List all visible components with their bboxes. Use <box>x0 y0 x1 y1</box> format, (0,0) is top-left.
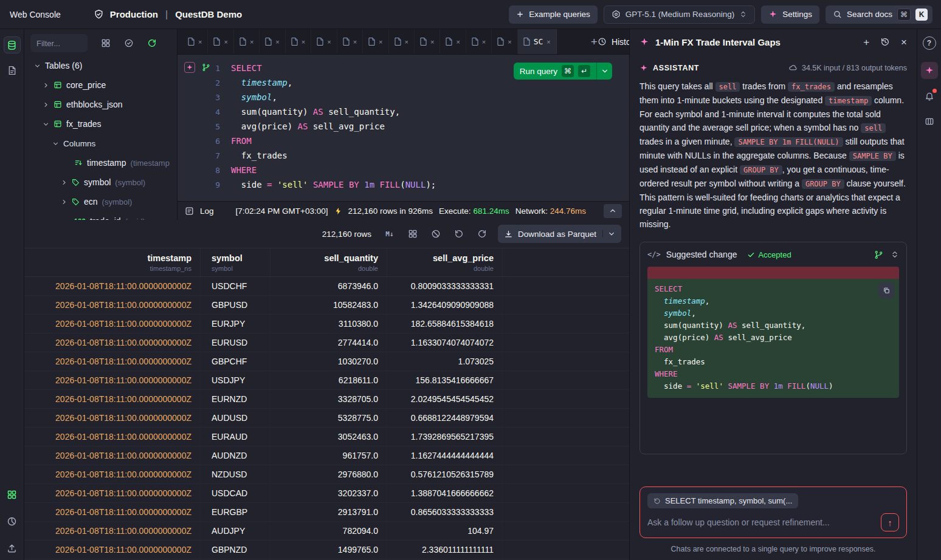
table-item-ethblocks-json[interactable]: ethblocks_json <box>29 95 172 114</box>
chart-view-button[interactable] <box>4 513 21 530</box>
table-row[interactable]: 2026-01-08T18:11:00.0000000000ZGBPNZD149… <box>24 541 629 559</box>
close-tab-icon[interactable]: × <box>224 38 227 46</box>
editor-tab[interactable]: × <box>440 29 466 54</box>
close-tab-icon[interactable]: × <box>546 38 550 46</box>
editor-tab[interactable]: × <box>208 29 233 54</box>
table-row[interactable]: 2026-01-08T18:11:00.0000000000ZAUDUSD532… <box>24 409 629 428</box>
check-circle-icon[interactable] <box>124 38 134 48</box>
table-row[interactable]: 2026-01-08T18:11:00.0000000000ZEURGBP291… <box>24 503 629 522</box>
help-button[interactable]: ? <box>923 36 936 50</box>
close-tab-icon[interactable]: × <box>250 38 253 46</box>
editor-tab[interactable]: × <box>466 29 492 54</box>
columns-section-toggle[interactable]: Columns <box>29 134 172 153</box>
chart-disabled-icon[interactable] <box>429 227 443 241</box>
query-history-icon[interactable] <box>452 227 466 241</box>
notifications-button[interactable] <box>921 87 938 104</box>
close-tab-icon[interactable]: × <box>353 38 357 46</box>
table-row[interactable]: 2026-01-08T18:11:00.0000000000ZGBPUSD105… <box>24 296 629 315</box>
editor-tab[interactable]: × <box>311 29 337 54</box>
column-header-sell_quantity[interactable]: sell_quantitydouble <box>271 248 387 276</box>
tables-section-toggle[interactable]: Tables (6) <box>29 56 172 75</box>
editor-tab[interactable]: × <box>415 29 440 54</box>
table-row[interactable]: 2026-01-08T18:11:00.0000000000ZEURNZD332… <box>24 390 629 409</box>
close-tab-icon[interactable]: × <box>456 38 460 46</box>
materialized-views-icon[interactable] <box>101 38 111 48</box>
close-tab-icon[interactable]: × <box>198 38 202 46</box>
table-row[interactable]: 2026-01-08T18:11:00.0000000000ZEURAUD305… <box>24 428 629 446</box>
table-row[interactable]: 2026-01-08T18:11:00.0000000000ZUSDJPY621… <box>24 371 629 390</box>
close-tab-icon[interactable]: × <box>405 38 408 46</box>
ai-sparkle-icon[interactable] <box>184 62 195 73</box>
download-parquet-button[interactable]: Download as Parquet <box>498 225 621 243</box>
search-docs-button[interactable]: Search docs ⌘ K <box>826 5 932 24</box>
sql-editor[interactable]: 1SELECT2 timestamp,3 symbol,4 sum(quanti… <box>178 55 629 201</box>
example-queries-button[interactable]: Example queries <box>509 5 598 24</box>
editor-tab[interactable]: × <box>182 29 208 54</box>
questdb-logo-button[interactable] <box>4 36 21 53</box>
import-button[interactable] <box>4 539 21 556</box>
column-item-trade-id[interactable]: 123 trade_id (uuid) <box>29 211 172 220</box>
layout-columns-button[interactable] <box>921 113 938 130</box>
query-context-text: SELECT timestamp, symbol, sum(... <box>665 496 792 505</box>
table-row[interactable]: 2026-01-08T18:11:00.0000000000ZGBPCHF103… <box>24 352 629 371</box>
table-item-fx-trades[interactable]: fx_trades <box>29 114 172 134</box>
table-row[interactable]: 2026-01-08T18:11:00.0000000000ZEURJPY311… <box>24 315 629 333</box>
grid-toggle-icon[interactable] <box>405 227 420 241</box>
editor-tab[interactable]: × <box>337 29 363 54</box>
close-tab-icon[interactable]: × <box>430 38 434 46</box>
upload-icon <box>7 543 17 553</box>
editor-tab[interactable]: × <box>286 29 311 54</box>
close-tab-icon[interactable]: × <box>327 38 331 46</box>
new-chat-button[interactable]: + <box>863 37 869 47</box>
unfold-icon[interactable] <box>891 250 899 259</box>
refresh-results-icon[interactable] <box>475 227 489 241</box>
column-item-symbol[interactable]: symbol (symbol) <box>29 172 172 192</box>
query-context-chip[interactable]: SELECT timestamp, symbol, sum(... <box>647 493 798 508</box>
table-row[interactable]: 2026-01-08T18:11:00.0000000000ZAUDNZD961… <box>24 446 629 465</box>
settings-button[interactable]: Settings <box>761 5 819 24</box>
editor-tab[interactable]: × <box>234 29 260 54</box>
collapse-log-button[interactable] <box>604 204 622 218</box>
run-query-button[interactable]: Run query ⌘ ↵ <box>514 63 596 80</box>
grid-view-button[interactable] <box>4 486 21 503</box>
column-item-timestamp[interactable]: timestamp (timestamp <box>29 153 172 172</box>
new-tab-button[interactable]: + <box>591 36 598 47</box>
column-item-ecn[interactable]: ecn (symbol) <box>29 192 172 211</box>
table-row[interactable]: 2026-01-08T18:11:00.0000000000ZEURUSD277… <box>24 333 629 352</box>
editor-tab[interactable]: × <box>363 29 388 54</box>
plus-icon <box>516 10 524 18</box>
editor-tab[interactable]: × <box>389 29 415 54</box>
run-options-button[interactable] <box>596 63 612 80</box>
table-row[interactable]: 2026-01-08T18:11:00.0000000000ZNZDUSD297… <box>24 465 629 484</box>
assistant-toggle-button[interactable] <box>921 62 938 79</box>
editor-tab[interactable]: × <box>492 29 517 54</box>
editor-tab[interactable]: × <box>260 29 285 54</box>
table-row[interactable]: 2026-01-08T18:11:00.0000000000ZUSDCAD320… <box>24 484 629 503</box>
query-log-button[interactable] <box>4 62 21 79</box>
copy-code-button[interactable] <box>878 282 894 298</box>
git-branch-icon[interactable] <box>874 250 883 259</box>
send-button[interactable]: ↑ <box>881 513 899 531</box>
column-header-sell_avg_price[interactable]: sell_avg_pricedouble <box>387 248 503 276</box>
grid-rows[interactable]: 2026-01-08T18:11:00.0000000000ZUSDCHF687… <box>24 277 629 560</box>
close-tab-icon[interactable]: × <box>302 38 305 46</box>
editor-tab-active[interactable]: SC× <box>518 29 557 54</box>
column-header-timestamp[interactable]: timestamptimestamp_ns <box>24 248 201 276</box>
git-branch-icon[interactable] <box>202 63 210 72</box>
close-tab-icon[interactable]: × <box>275 38 279 46</box>
followup-input[interactable] <box>647 517 876 527</box>
model-selector[interactable]: GPT-5.1 (Medium Reasoning) <box>604 5 755 24</box>
chat-history-button[interactable] <box>880 37 890 47</box>
close-panel-button[interactable]: × <box>901 37 907 47</box>
close-tab-icon[interactable]: × <box>379 38 382 46</box>
close-tab-icon[interactable]: × <box>508 38 511 46</box>
download-options-icon[interactable] <box>602 230 615 237</box>
table-item-core-price[interactable]: core_price <box>29 75 172 95</box>
table-row[interactable]: 2026-01-08T18:11:00.0000000000ZAUDJPY782… <box>24 522 629 541</box>
close-tab-icon[interactable]: × <box>482 38 486 46</box>
column-header-symbol[interactable]: symbolsymbol <box>201 248 271 276</box>
refresh-tables-icon[interactable] <box>147 38 157 48</box>
table-row[interactable]: 2026-01-08T18:11:00.0000000000ZUSDCHF687… <box>24 277 629 296</box>
filter-tables-input[interactable] <box>30 34 88 52</box>
markdown-export-icon[interactable]: M↓ <box>382 227 397 241</box>
